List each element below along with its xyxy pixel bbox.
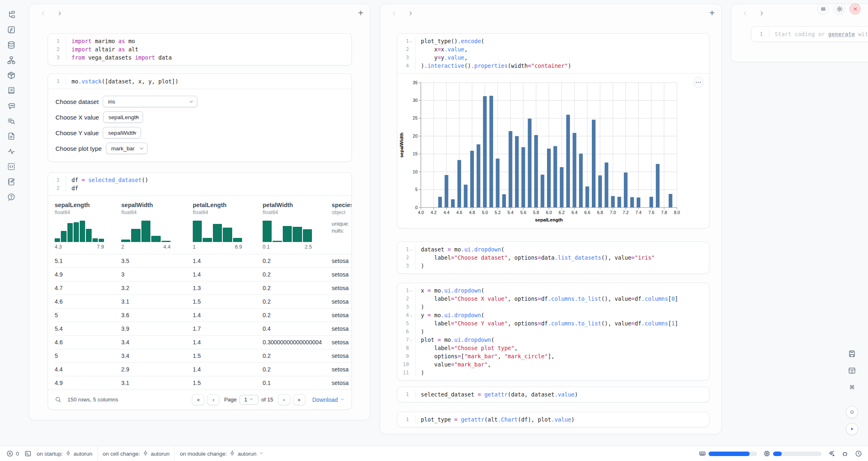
- line-number: 11: [397, 369, 416, 377]
- table-row[interactable]: 53.41.50.2setosa: [55, 349, 351, 362]
- chart-options-button[interactable]: [693, 77, 704, 88]
- table-column-header[interactable]: sepalWidthfloat6424.4: [121, 202, 193, 250]
- code-editor[interactable]: 1selected_dataset = getattr(data, datase…: [397, 387, 709, 402]
- code-editor[interactable]: 1import marimo as mo2import altair as al…: [48, 34, 351, 65]
- add-cell-button[interactable]: +: [358, 9, 363, 17]
- bug-icon[interactable]: [841, 450, 849, 458]
- pagination: «‹Page1of 15›»Download: [192, 394, 345, 405]
- code-cell-dataset: 1⌄dataset = mo.ui.dropdown(2 label="Choo…: [397, 242, 709, 274]
- column-prev-button[interactable]: [740, 9, 750, 18]
- download-button[interactable]: Download: [312, 396, 345, 403]
- runtime-config-3[interactable]: on module change:autorun: [180, 450, 264, 457]
- column-name: sepalWidth: [121, 202, 193, 208]
- plot-canvas[interactable]: 051015202530354.04.24.44.64.85.05.25.45.…: [397, 77, 709, 225]
- last-page-button[interactable]: »: [293, 394, 305, 405]
- runtime-config-2[interactable]: on cell change:autorun: [103, 450, 170, 457]
- table-row[interactable]: 4.931.40.2setosa: [55, 267, 351, 281]
- first-page-button[interactable]: «: [192, 394, 204, 405]
- line-number: 1: [397, 390, 416, 399]
- code-line: 1plot_type = getattr(alt.Chart(df), plot…: [397, 415, 709, 424]
- save-button[interactable]: [846, 348, 858, 360]
- column-next-button[interactable]: [55, 9, 65, 18]
- code-line: 3from vega_datasets import data: [48, 53, 351, 62]
- sidebar-scratchpad-icon[interactable]: [7, 177, 16, 186]
- chevron-down-icon: [134, 115, 140, 120]
- terminal-button[interactable]: [24, 450, 32, 458]
- column-dtype: object: [332, 210, 351, 215]
- sidebar-tracing-icon[interactable]: [7, 147, 16, 156]
- sidebar-documentation-icon[interactable]: [7, 131, 16, 141]
- runtime-config-1[interactable]: on startup:autorun: [37, 450, 92, 457]
- page-select[interactable]: 1: [240, 395, 259, 405]
- ram-gauge: [698, 450, 757, 458]
- table-row[interactable]: 4.63.11.50.2setosa: [55, 295, 351, 308]
- add-cell-button[interactable]: +: [709, 9, 715, 17]
- dataset-select[interactable]: iris: [103, 96, 197, 107]
- settings-button[interactable]: [834, 3, 845, 14]
- column-histogram[interactable]: [121, 221, 171, 242]
- code-line: 6): [397, 327, 709, 336]
- separator: [97, 446, 98, 461]
- code-editor[interactable]: 1⌄dataset = mo.ui.dropdown(2 label="Choo…: [397, 242, 709, 273]
- code-editor[interactable]: 1plot_type = getattr(alt.Chart(df), plot…: [397, 412, 709, 427]
- table-column-header[interactable]: sepalLengthfloat644.37.9: [55, 202, 121, 250]
- keyboard-shortcuts-button[interactable]: ⌘: [846, 381, 858, 394]
- column-histogram[interactable]: [193, 221, 242, 242]
- table-column-header[interactable]: speciesobjectunique:nulls:: [332, 202, 351, 250]
- column-dtype: float64: [263, 210, 332, 215]
- sidebar-dependencies-icon[interactable]: [7, 55, 16, 65]
- app-view-button[interactable]: [846, 364, 858, 377]
- sidebar-functions-icon[interactable]: [7, 25, 16, 34]
- table-row[interactable]: 4.42.91.40.2setosa: [55, 362, 351, 376]
- column-next-button[interactable]: [406, 9, 416, 18]
- table-row[interactable]: 5.13.51.40.2setosa: [55, 254, 351, 267]
- table-row[interactable]: 4.73.21.30.2setosa: [55, 281, 351, 295]
- table-row[interactable]: 4.93.11.50.1setosa: [55, 376, 351, 390]
- sidebar-snippets-icon[interactable]: [7, 162, 16, 171]
- sidebar-file-tree-icon[interactable]: [7, 10, 16, 19]
- column-prev-button[interactable]: [389, 9, 399, 18]
- code-editor[interactable]: 1⌄x = mo.ui.dropdown(2 label="Choose X v…: [397, 283, 709, 380]
- dropdown-row: Choose Y valuesepalWidth: [55, 127, 351, 138]
- column-histogram[interactable]: [55, 221, 104, 242]
- line-number: 2: [397, 45, 416, 53]
- generate-link[interactable]: generate: [828, 31, 855, 37]
- search-icon[interactable]: [55, 396, 62, 403]
- sidebar-outline-search-icon[interactable]: [7, 116, 16, 125]
- table-row[interactable]: 5.43.91.70.4setosa: [55, 322, 351, 335]
- table-row[interactable]: 53.61.40.2setosa: [55, 308, 351, 322]
- errors-button[interactable]: [6, 450, 14, 458]
- y-value-select[interactable]: sepalWidth: [103, 127, 141, 138]
- clock-icon[interactable]: [854, 450, 862, 458]
- run-all-button[interactable]: [846, 423, 858, 435]
- menu-button[interactable]: [817, 3, 829, 14]
- column-2-header: +: [380, 4, 721, 23]
- code-line: 5 label="Choose Y value", options=df.col…: [397, 319, 709, 327]
- column-next-button[interactable]: [757, 9, 766, 18]
- next-page-button[interactable]: ›: [278, 394, 290, 405]
- svg-text:4.8: 4.8: [469, 210, 475, 215]
- table-row[interactable]: 4.63.41.40.30000000000000004setosa: [55, 335, 351, 349]
- code-line: 2 x=x.value,: [397, 45, 709, 53]
- shutdown-button[interactable]: [850, 3, 861, 14]
- sidebar-help-icon[interactable]: [7, 192, 16, 201]
- code-editor[interactable]: 1⌄plot_type().encode(2 x=x.value,3 y=y.v…: [397, 34, 709, 73]
- code-editor[interactable]: 1 Start coding or generate with: [751, 27, 868, 41]
- sidebar-datasources-icon[interactable]: [7, 40, 16, 49]
- code-editor[interactable]: 1df = selected_dataset()2df: [48, 173, 351, 196]
- table-column-header[interactable]: petalLengthfloat6416.9: [193, 202, 263, 250]
- table-column-header[interactable]: petalWidthfloat640.12.5: [263, 202, 332, 250]
- prev-page-button[interactable]: ‹: [207, 394, 219, 405]
- column-histogram[interactable]: [263, 221, 312, 242]
- sparkles-icon[interactable]: [827, 450, 835, 458]
- sidebar-logs-icon[interactable]: [7, 86, 16, 95]
- svg-text:7.0: 7.0: [610, 210, 616, 215]
- code-editor[interactable]: 1mo.vstack([dataset, x, y, plot]): [48, 74, 351, 89]
- column-prev-button[interactable]: [38, 9, 48, 18]
- x-value-select[interactable]: sepalLength: [103, 111, 143, 123]
- sidebar-packages-icon[interactable]: [7, 71, 16, 80]
- plot-type-select[interactable]: mark_bar: [106, 143, 148, 154]
- page-label: Page: [224, 396, 236, 403]
- sidebar-ai-chat-icon[interactable]: [7, 101, 16, 110]
- stop-button[interactable]: [846, 406, 858, 418]
